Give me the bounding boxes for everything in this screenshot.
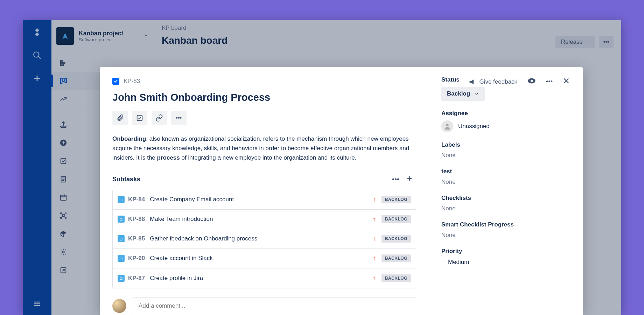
subtask-icon	[136, 114, 144, 122]
priority-up-icon: ↑	[373, 216, 376, 223]
subtask-status: BACKLOG	[382, 274, 411, 282]
subtask-list: ◻ KP-84 Create Company Email account ↑ B…	[112, 190, 416, 288]
modal-main-content: KP-83 John Smith Onboarding Process ••• …	[100, 67, 429, 315]
priority-up-icon: ↑	[373, 196, 376, 203]
subtask-title: Create account in Slack	[150, 255, 373, 262]
svg-point-44	[446, 124, 448, 126]
issue-key-row[interactable]: KP-83	[112, 78, 416, 85]
subtask-type-icon: ◻	[118, 255, 125, 262]
issue-description[interactable]: Onboarding, also known as organizational…	[112, 134, 416, 163]
issue-side-panel: Status Backlog Assignee Unassigned Label…	[429, 67, 583, 315]
subtask-row[interactable]: ◻ KP-87 Create profile in Jira ↑ BACKLOG	[113, 268, 416, 288]
issue-key: KP-83	[124, 78, 140, 85]
assignee-label: Assignee	[441, 110, 570, 117]
progress-label: Smart Checklist Progress	[441, 221, 570, 228]
priority-up-icon: ↑	[373, 274, 376, 282]
subtask-button[interactable]	[132, 111, 147, 125]
task-type-icon	[112, 78, 119, 85]
close-icon	[562, 77, 570, 85]
checklists-label: Checklists	[441, 195, 570, 202]
subtask-key: KP-88	[128, 216, 145, 223]
desc-bold-2: process	[157, 154, 180, 161]
add-subtask-button[interactable]	[403, 174, 416, 185]
subtask-type-icon: ◻	[118, 216, 125, 223]
comment-row	[112, 298, 416, 314]
subtask-title: Make Team introduction	[150, 216, 373, 223]
issue-modal: Give feedback ••• KP-83 John Smith Onboa…	[100, 67, 583, 315]
megaphone-icon	[469, 78, 476, 85]
status-selector[interactable]: Backlog	[441, 87, 485, 101]
priority-up-icon: ↑	[373, 255, 376, 262]
unassigned-avatar-icon	[441, 120, 453, 132]
test-label: test	[441, 168, 570, 175]
svg-point-38	[531, 80, 533, 82]
user-avatar[interactable]	[112, 299, 126, 313]
modal-more-button[interactable]: •••	[546, 78, 553, 85]
watch-button[interactable]	[527, 76, 536, 87]
subtask-key: KP-87	[128, 275, 145, 282]
chevron-down-icon	[474, 91, 479, 96]
svg-rect-41	[137, 115, 142, 121]
priority-up-icon: ↑	[373, 235, 376, 243]
assignee-value: Unassigned	[458, 123, 490, 130]
subtask-type-icon: ◻	[118, 196, 125, 203]
subtask-row[interactable]: ◻ KP-90 Create account in Slack ↑ BACKLO…	[113, 249, 416, 268]
attach-button[interactable]	[112, 111, 128, 125]
checklists-field[interactable]: Checklists None	[441, 195, 570, 212]
more-icon: •••	[176, 115, 182, 121]
checklists-value: None	[441, 205, 570, 212]
link-icon	[155, 114, 163, 122]
subtasks-header: Subtasks •••	[112, 174, 416, 185]
subtask-type-icon: ◻	[118, 235, 125, 242]
desc-text-2: of integrating a new employee into the o…	[180, 154, 357, 161]
priority-medium-icon: ↑	[441, 258, 444, 266]
test-value: None	[441, 178, 570, 186]
app-frame: Kanban project Software project KP board	[23, 20, 621, 315]
subtask-row[interactable]: ◻ KP-85 Gather feedback on Onboarding pr…	[113, 229, 416, 249]
subtask-key: KP-85	[128, 235, 145, 242]
more-icon: •••	[392, 175, 399, 183]
subtask-status: BACKLOG	[382, 215, 411, 223]
labels-value: None	[441, 152, 570, 159]
attachment-icon	[116, 114, 124, 122]
more-icon: •••	[546, 78, 553, 85]
toolbar-more-button[interactable]: •••	[171, 111, 187, 125]
give-feedback-button[interactable]: Give feedback	[469, 78, 517, 85]
comment-input[interactable]	[132, 298, 416, 314]
subtask-status: BACKLOG	[382, 254, 411, 262]
subtask-title: Create Company Email account	[150, 196, 373, 203]
subtask-row[interactable]: ◻ KP-84 Create Company Email account ↑ B…	[113, 190, 416, 210]
subtask-title: Gather feedback on Onboarding process	[150, 235, 373, 242]
subtask-status: BACKLOG	[382, 196, 411, 203]
subtask-title: Create profile in Jira	[150, 275, 373, 282]
priority-value: Medium	[448, 259, 469, 266]
desc-bold-1: Onboarding	[112, 135, 146, 142]
priority-field[interactable]: Priority ↑ Medium	[441, 248, 570, 266]
subtask-type-icon: ◻	[118, 275, 125, 282]
close-button[interactable]	[562, 77, 570, 86]
subtask-status: BACKLOG	[382, 235, 411, 243]
labels-field[interactable]: Labels None	[441, 141, 570, 159]
priority-label: Priority	[441, 248, 570, 255]
subtasks-title: Subtasks	[112, 176, 140, 183]
plus-icon	[406, 175, 413, 182]
status-value: Backlog	[447, 90, 470, 97]
link-button[interactable]	[152, 111, 167, 125]
subtask-key: KP-90	[128, 255, 145, 262]
eye-icon	[527, 76, 536, 85]
issue-toolbar: •••	[112, 111, 416, 125]
subtask-key: KP-84	[128, 196, 145, 203]
assignee-field[interactable]: Assignee Unassigned	[441, 110, 570, 132]
subtasks-more-button[interactable]: •••	[388, 174, 403, 185]
progress-value: None	[441, 232, 570, 239]
give-feedback-label: Give feedback	[479, 78, 517, 85]
progress-field[interactable]: Smart Checklist Progress None	[441, 221, 570, 239]
test-field[interactable]: test None	[441, 168, 570, 186]
modal-header-actions: Give feedback •••	[469, 76, 570, 87]
labels-label: Labels	[441, 141, 570, 148]
issue-title[interactable]: John Smith Onboarding Process	[112, 92, 416, 103]
subtask-row[interactable]: ◻ KP-88 Make Team introduction ↑ BACKLOG	[113, 210, 416, 229]
